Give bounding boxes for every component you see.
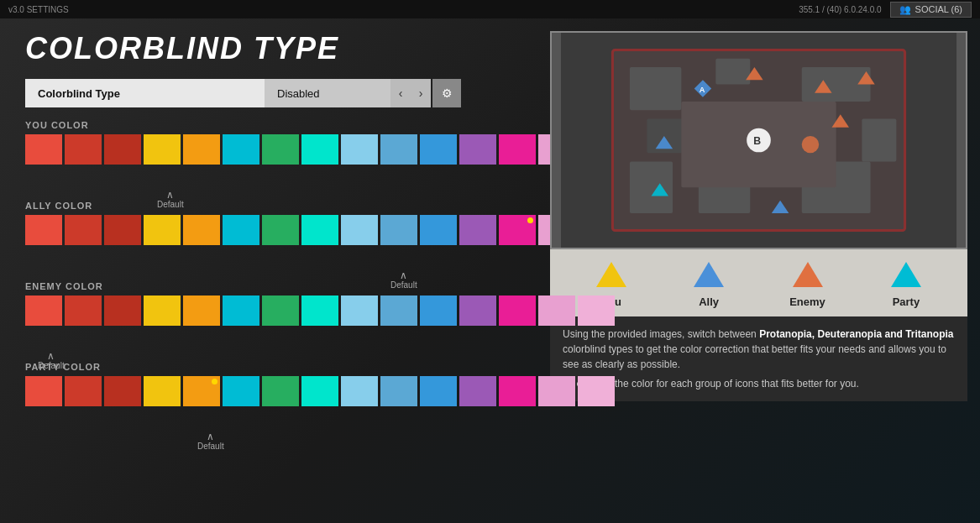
- gear-icon: ⚙: [442, 86, 453, 100]
- you-swatch-4[interactable]: [183, 134, 220, 165]
- you-swatch-11[interactable]: [459, 134, 496, 165]
- you-swatch-3[interactable]: [144, 134, 181, 165]
- nav-next-button[interactable]: ›: [411, 79, 431, 107]
- svg-rect-7: [630, 162, 673, 213]
- party-swatch-4[interactable]: [183, 376, 220, 406]
- settings-icon-button[interactable]: ⚙: [432, 79, 461, 107]
- enemy-swatch-5[interactable]: [223, 295, 259, 326]
- party-swatch-6[interactable]: [262, 376, 299, 406]
- party-swatch-8[interactable]: [341, 376, 378, 406]
- party-swatch-10[interactable]: [420, 376, 457, 406]
- you-swatch-5[interactable]: [223, 134, 259, 165]
- enemy-swatch-9[interactable]: [380, 295, 417, 326]
- top-bar-right: 355.1 / (40) 6.0.24.0.0 👥 SOCIAL (6): [799, 2, 972, 18]
- nav-prev-button[interactable]: ‹: [390, 79, 411, 107]
- you-swatch-6[interactable]: [262, 134, 299, 165]
- svg-rect-4: [715, 59, 750, 85]
- party-swatch-5[interactable]: [223, 376, 259, 406]
- ally-swatch-5[interactable]: [223, 215, 259, 245]
- social-icon: 👥: [899, 4, 911, 15]
- enemy-swatch-12[interactable]: [499, 295, 536, 326]
- enemy-default-label: Default: [38, 361, 65, 370]
- ally-swatch-6[interactable]: [262, 215, 299, 245]
- legend-item-ally: Ally: [692, 258, 726, 308]
- party-swatch-13[interactable]: [538, 376, 575, 406]
- ally-color-section: ALLY COLOR ∧ Default: [25, 201, 512, 269]
- enemy-swatch-13[interactable]: [538, 295, 575, 326]
- setting-value: Disabled: [265, 79, 390, 107]
- page-title: COLORBLIND TYPE: [25, 31, 512, 66]
- you-color-section: YOU COLOR ∧ Default: [25, 120, 512, 188]
- you-swatch-8[interactable]: [341, 134, 378, 165]
- enemy-swatch-6[interactable]: [262, 295, 299, 326]
- you-swatch-2[interactable]: [104, 134, 141, 165]
- ally-swatch-10[interactable]: [420, 215, 457, 245]
- enemy-swatch-3[interactable]: [144, 295, 181, 326]
- party-triangle-icon: [889, 258, 923, 291]
- svg-marker-26: [694, 262, 724, 287]
- you-swatch-1[interactable]: [65, 134, 102, 165]
- ally-default-indicator: ∧ Default: [390, 270, 417, 290]
- enemy-default-indicator: ∧ Default: [38, 351, 65, 370]
- party-swatch-0[interactable]: [25, 376, 62, 406]
- party-swatch-7[interactable]: [301, 376, 338, 406]
- party-swatch-11[interactable]: [459, 376, 496, 406]
- ally-swatch-0[interactable]: [25, 215, 62, 245]
- enemy-color-swatches: [25, 295, 512, 326]
- setting-label: Colorblind Type: [25, 79, 265, 107]
- party-default-arrow: ∧: [207, 431, 214, 442]
- you-swatch-7[interactable]: [301, 134, 338, 165]
- ally-triangle-icon: [692, 258, 726, 291]
- you-color-swatches: [25, 134, 512, 165]
- ally-swatch-2[interactable]: [104, 215, 141, 245]
- party-color-swatches: [25, 376, 512, 406]
- you-swatches-wrapper: ∧ Default: [25, 134, 512, 188]
- left-panel: COLORBLIND TYPE Colorblind Type Disabled…: [0, 18, 537, 523]
- enemy-swatch-0[interactable]: [25, 295, 62, 326]
- svg-text:B: B: [753, 135, 761, 147]
- enemy-swatch-4[interactable]: [183, 295, 220, 326]
- ally-swatch-8[interactable]: [341, 215, 378, 245]
- enemy-default-arrow: ∧: [47, 351, 55, 361]
- ally-swatch-7[interactable]: [301, 215, 338, 245]
- legend-item-party: Party: [889, 258, 923, 308]
- ally-swatch-1[interactable]: [65, 215, 102, 245]
- enemy-legend-label: Enemy: [789, 295, 825, 308]
- you-swatch-10[interactable]: [420, 134, 457, 165]
- social-label: SOCIAL (6): [915, 4, 962, 14]
- version-label: 355.1 / (40) 6.0.24.0.0: [799, 5, 881, 14]
- setting-row: Colorblind Type Disabled ‹ › ⚙: [25, 79, 512, 107]
- party-swatch-14[interactable]: [578, 376, 615, 406]
- party-swatch-3[interactable]: [144, 376, 181, 406]
- ally-swatch-9[interactable]: [380, 215, 417, 245]
- you-swatch-9[interactable]: [380, 134, 417, 165]
- enemy-swatch-2[interactable]: [104, 295, 141, 326]
- party-swatch-12[interactable]: [499, 376, 536, 406]
- enemy-swatch-7[interactable]: [301, 295, 338, 326]
- enemy-swatch-11[interactable]: [459, 295, 496, 326]
- ally-swatch-3[interactable]: [144, 215, 181, 245]
- you-swatch-0[interactable]: [25, 134, 62, 165]
- enemy-swatch-10[interactable]: [420, 295, 457, 326]
- you-swatch-12[interactable]: [499, 134, 536, 165]
- party-swatch-2[interactable]: [104, 376, 141, 406]
- you-default-label: Default: [157, 200, 184, 209]
- ally-swatch-4[interactable]: [183, 215, 220, 245]
- svg-rect-5: [802, 67, 871, 102]
- party-color-section: PARTY COLOR ∧ Default: [25, 362, 512, 430]
- enemy-swatches-wrapper: ∧ Default: [25, 295, 512, 349]
- legend-item-enemy: Enemy: [789, 258, 825, 308]
- party-default-label: Default: [197, 442, 224, 451]
- enemy-swatch-14[interactable]: [578, 295, 615, 326]
- svg-marker-27: [793, 262, 823, 287]
- party-swatch-1[interactable]: [65, 376, 102, 406]
- party-default-indicator: ∧ Default: [197, 431, 224, 451]
- enemy-swatch-1[interactable]: [65, 295, 102, 326]
- enemy-color-section: ENEMY COLOR ∧ Default: [25, 281, 512, 349]
- social-button[interactable]: 👥 SOCIAL (6): [890, 2, 972, 18]
- nav-arrows: ‹ ›: [390, 79, 431, 107]
- party-swatch-9[interactable]: [380, 376, 417, 406]
- ally-swatch-12[interactable]: [499, 215, 536, 245]
- ally-swatch-11[interactable]: [459, 215, 496, 245]
- enemy-swatch-8[interactable]: [341, 295, 378, 326]
